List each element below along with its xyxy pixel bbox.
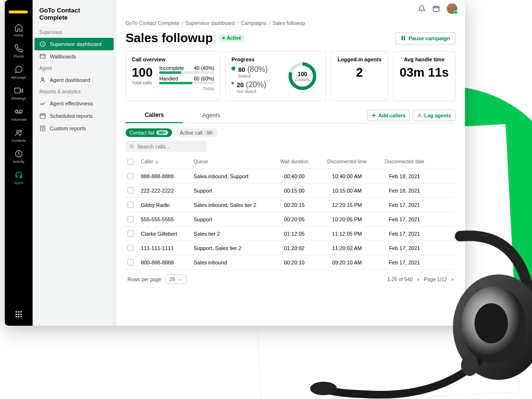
apps-grid-icon[interactable] — [14, 309, 23, 319]
agent-eff-icon — [39, 100, 46, 107]
headset-image — [292, 217, 532, 399]
total-calls-value: 100 — [132, 65, 152, 80]
sched-icon — [39, 113, 46, 119]
svg-point-19 — [18, 316, 19, 317]
svg-point-3 — [310, 382, 337, 395]
sidebar-item-sched[interactable]: Scheduled reports — [33, 110, 116, 122]
svg-rect-24 — [40, 114, 46, 118]
pause-campaign-button[interactable]: Pause campaign — [395, 32, 455, 45]
svg-point-17 — [20, 313, 22, 315]
wallboards-icon — [39, 53, 46, 60]
row-checkbox[interactable] — [127, 187, 134, 194]
row-checkbox[interactable] — [127, 245, 134, 251]
col-disconnected-time[interactable]: Disconnected time — [318, 159, 376, 164]
svg-rect-28 — [404, 36, 405, 40]
crumb-1[interactable]: Supervisor dashboard — [185, 20, 235, 26]
phone-icon — [14, 44, 23, 53]
agent-icon — [14, 170, 23, 180]
agent-dash-icon — [39, 77, 46, 83]
svg-point-29 — [419, 114, 421, 115]
search-icon — [129, 143, 134, 149]
nav-rail: GoTo HomePhoneMessageMeetingsVoicemailCo… — [5, 0, 33, 326]
col-disconnected-date[interactable]: Disconnected date — [376, 159, 433, 164]
svg-rect-22 — [40, 54, 46, 58]
svg-point-20 — [20, 316, 22, 317]
rail-home[interactable]: Home — [5, 19, 33, 40]
sidebar-item-agent-eff[interactable]: Agent effectivness — [33, 97, 116, 110]
crumb-2[interactable]: Campaigns — [241, 20, 266, 26]
rail-contacts[interactable]: Contacts — [5, 125, 33, 146]
chevron-down-icon — [178, 277, 182, 282]
rail-meetings[interactable]: Meetings — [5, 82, 33, 103]
bell-icon[interactable] — [418, 5, 426, 12]
home-icon — [14, 23, 23, 32]
svg-point-10 — [20, 130, 22, 132]
add-callers-button[interactable]: Add callers — [367, 110, 410, 121]
col-queue[interactable]: Queue — [194, 159, 270, 164]
col-wait[interactable]: Wait duration — [270, 159, 318, 164]
calendar-icon[interactable] — [432, 5, 440, 12]
crumb-0[interactable]: GoTo Contact Complete — [126, 20, 179, 26]
plus-icon — [371, 113, 376, 118]
rail-phone[interactable]: Phone — [5, 40, 33, 61]
voicemail-icon — [14, 107, 23, 116]
chip-contact-list[interactable]: Contact list99+ — [126, 128, 172, 137]
svg-point-15 — [15, 313, 17, 315]
message-icon — [14, 65, 23, 74]
chip-active-call[interactable]: Active call10 — [176, 128, 218, 137]
status-badge: Active — [219, 34, 245, 42]
sidebar-title: GoTo Contact Complete — [33, 7, 116, 27]
svg-point-9 — [17, 130, 19, 133]
sidebar-item-custom[interactable]: Custom reports — [33, 122, 116, 135]
svg-point-7 — [15, 110, 18, 113]
col-caller[interactable]: Caller — [141, 159, 194, 164]
svg-point-13 — [18, 311, 19, 312]
sort-down-icon — [155, 160, 159, 164]
sidebar-item-agent-dash[interactable]: Agent dashboard — [33, 74, 116, 86]
rail-agent[interactable]: Agent — [5, 167, 33, 188]
sidebar-item-wallboards[interactable]: Wallboards — [33, 50, 116, 63]
handle-time-card: Avg handle time 03m 11s — [393, 51, 455, 101]
svg-point-30 — [130, 145, 133, 148]
agents-card: Logged-in agents 2 — [331, 51, 388, 101]
sup-dash-icon — [39, 41, 46, 47]
table-row[interactable]: 222-222-2222Support00:15:0010:15:00 AMFe… — [126, 183, 455, 198]
row-checkbox[interactable] — [127, 202, 134, 208]
topbar — [116, 0, 465, 17]
sidebar-item-sup-dash[interactable]: Supervisor dashboard — [35, 38, 114, 50]
rail-voicemail[interactable]: Voicemail — [5, 103, 33, 125]
page-title: Sales followup — [126, 31, 213, 46]
svg-point-23 — [42, 78, 44, 80]
contacts-icon — [14, 128, 23, 137]
activity-icon — [14, 149, 23, 159]
svg-point-14 — [20, 311, 22, 312]
tab-callers[interactable]: Callers — [126, 108, 183, 123]
pause-icon — [401, 35, 406, 41]
table-row[interactable]: Gibby RadkiSales inbound, Sales tier 200… — [126, 198, 455, 212]
meetings-icon — [14, 86, 23, 95]
table-row[interactable]: 888-888-8888Sales inbound, Support00:40:… — [126, 169, 455, 183]
tab-agents[interactable]: Agents — [183, 108, 239, 123]
row-checkbox[interactable] — [127, 230, 134, 237]
svg-point-2 — [474, 303, 508, 343]
user-icon — [417, 113, 422, 118]
rows-per-page-select[interactable]: 25 — [165, 274, 187, 284]
svg-rect-27 — [402, 36, 403, 40]
svg-point-4 — [461, 355, 478, 376]
avatar[interactable] — [447, 3, 457, 14]
select-all-checkbox[interactable] — [127, 159, 134, 165]
log-agents-button[interactable]: Log agents — [413, 110, 455, 121]
progress-card: Progress 80 (80%)Dialed20 (20%)Not diale… — [225, 51, 326, 101]
search-input-wrap[interactable] — [126, 141, 207, 152]
row-checkbox[interactable] — [127, 216, 134, 222]
svg-point-12 — [15, 311, 17, 312]
rail-activity[interactable]: Activity — [5, 146, 33, 167]
call-overview-card: Call overview 100 Total calls Incomplete… — [126, 51, 220, 101]
row-checkbox[interactable] — [127, 259, 134, 265]
svg-point-8 — [20, 110, 23, 113]
svg-text:GoTo: GoTo — [10, 5, 25, 12]
row-checkbox[interactable] — [127, 173, 134, 179]
goto-logo: GoTo — [7, 3, 31, 15]
search-input[interactable] — [137, 144, 203, 149]
rail-message[interactable]: Message — [5, 61, 33, 82]
